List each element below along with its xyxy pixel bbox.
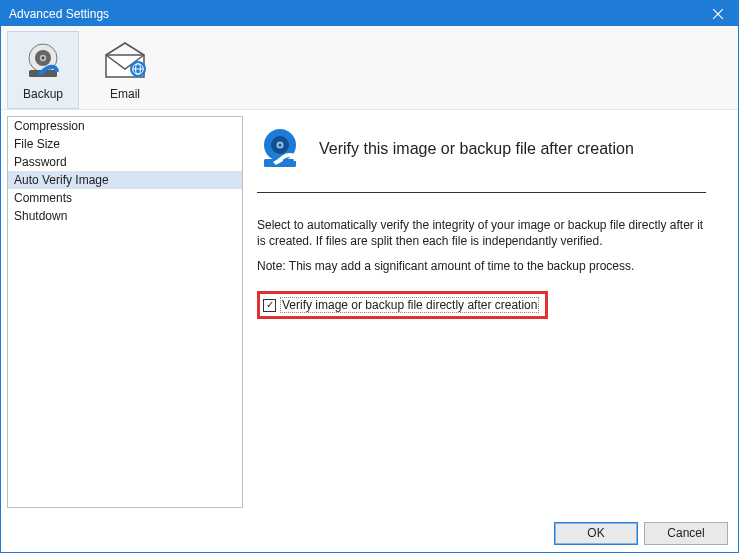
ribbon-tab-label: Backup [23, 87, 63, 101]
sidebar-item-comments[interactable]: Comments [8, 189, 242, 207]
dialog-window: Advanced Settings Backup [0, 0, 739, 553]
ok-button[interactable]: OK [554, 522, 638, 545]
email-icon [101, 39, 149, 83]
svg-point-16 [279, 144, 282, 147]
sidebar-item-password[interactable]: Password [8, 153, 242, 171]
ribbon-tab-label: Email [110, 87, 140, 101]
ribbon-tab-email[interactable]: Email [89, 31, 161, 109]
content-title: Verify this image or backup file after c… [319, 140, 634, 158]
content-note: Note: This may add a significant amount … [257, 259, 706, 273]
content-description: Select to automatically verify the integ… [257, 217, 706, 249]
sidebar-item-shutdown[interactable]: Shutdown [8, 207, 242, 225]
close-button[interactable] [698, 1, 738, 26]
settings-list: Compression File Size Password Auto Veri… [7, 116, 243, 508]
dialog-footer: OK Cancel [1, 514, 738, 552]
cancel-button[interactable]: Cancel [644, 522, 728, 545]
verify-checkbox-label[interactable]: Verify image or backup file directly aft… [280, 297, 539, 313]
verify-disk-icon [257, 126, 303, 172]
sidebar-item-auto-verify-image[interactable]: Auto Verify Image [8, 171, 242, 189]
svg-point-5 [42, 56, 45, 59]
dialog-body: Compression File Size Password Auto Veri… [1, 110, 738, 514]
close-icon [713, 9, 723, 19]
window-title: Advanced Settings [9, 7, 109, 21]
sidebar-item-file-size[interactable]: File Size [8, 135, 242, 153]
ribbon-toolbar: Backup Email [1, 26, 738, 110]
content-header: Verify this image or backup file after c… [257, 126, 706, 193]
titlebar: Advanced Settings [1, 1, 738, 26]
backup-disk-icon [19, 39, 67, 83]
content-panel: Verify this image or backup file after c… [253, 116, 732, 508]
highlight-box: Verify image or backup file directly aft… [257, 291, 548, 319]
ribbon-tab-backup[interactable]: Backup [7, 31, 79, 109]
verify-checkbox[interactable] [263, 299, 276, 312]
sidebar-item-compression[interactable]: Compression [8, 117, 242, 135]
